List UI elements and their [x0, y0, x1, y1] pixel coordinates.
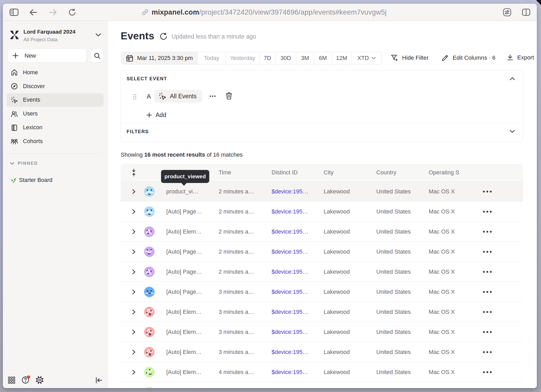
- row-actions-icon[interactable]: [482, 201, 493, 222]
- drag-handle-icon[interactable]: [133, 94, 137, 100]
- event-row-letter: A: [147, 93, 151, 100]
- sidebar-toggle-icon[interactable]: [10, 9, 19, 16]
- date-range-yesterday[interactable]: Yesterday: [226, 52, 259, 64]
- cell-event-name: [Auto] Page…: [166, 262, 202, 282]
- address-bar[interactable]: mixpanel.com/project/3472420/view/397469…: [142, 4, 387, 21]
- date-range-6m[interactable]: 6M: [314, 52, 332, 64]
- row-actions-icon[interactable]: [482, 322, 493, 342]
- table-row[interactable]: [Auto] Elem…4 minutes a…$device:195…Lake…: [121, 362, 523, 382]
- expand-row-icon[interactable]: [132, 262, 136, 282]
- column-header-operating-s[interactable]: Operating S: [429, 164, 460, 181]
- table-row[interactable]: [Auto] Elem…3 minutes a…$device:195…Lake…: [121, 302, 523, 322]
- row-actions-icon[interactable]: [482, 342, 493, 362]
- more-options-icon[interactable]: [210, 93, 216, 99]
- expand-row-icon[interactable]: [132, 181, 136, 201]
- distinct-id-link[interactable]: $device:195: [272, 208, 303, 215]
- row-actions-icon[interactable]: [482, 282, 493, 302]
- sidebar-item-cohorts[interactable]: Cohorts: [7, 134, 104, 148]
- expand-row-icon[interactable]: [132, 322, 136, 342]
- column-header-time[interactable]: Time: [219, 164, 231, 181]
- expand-row-icon[interactable]: [132, 282, 136, 302]
- chevron-up-icon[interactable]: [510, 77, 515, 80]
- trash-icon[interactable]: [225, 92, 233, 100]
- table-row[interactable]: [Auto] Elem…3 minutes a…$device:195…Lake…: [121, 342, 523, 362]
- date-picker-selected[interactable]: Mar 11, 2025 3:30 pm: [121, 52, 197, 64]
- distinct-id-link[interactable]: $device:195: [272, 329, 303, 335]
- collapse-sidebar-icon[interactable]: [95, 377, 102, 384]
- gear-icon[interactable]: [35, 376, 44, 384]
- cell-os: Mac OS X: [429, 222, 460, 242]
- event-selector-button[interactable]: All Events: [154, 90, 202, 103]
- row-actions-icon[interactable]: [482, 362, 493, 382]
- split-view-icon[interactable]: [522, 9, 530, 16]
- distinct-id-link[interactable]: $device:195: [272, 248, 303, 255]
- expand-row-icon[interactable]: [132, 342, 136, 362]
- row-actions-icon[interactable]: [482, 382, 493, 388]
- expand-row-icon[interactable]: [132, 362, 136, 382]
- reload-icon[interactable]: [68, 8, 76, 16]
- table-row[interactable]: [Auto] Page…2 minutes a…$device:195…Lake…: [121, 201, 523, 221]
- distinct-id-link[interactable]: $device:195: [272, 349, 303, 356]
- pinned-item-starter-board[interactable]: Starter Board: [7, 173, 104, 187]
- forward-icon[interactable]: [49, 9, 57, 16]
- table-row[interactable]: [Auto] Page…2 minutes a…$device:195…Lake…: [121, 241, 523, 261]
- table-row[interactable]: product_vi…2 minutes a…$device:195…Lakew…: [121, 181, 523, 201]
- back-icon[interactable]: [29, 9, 38, 16]
- cell-event-name: [Auto] Page…: [166, 242, 202, 262]
- distinct-id-link[interactable]: $device:195: [272, 309, 303, 315]
- date-range-label: 6M: [319, 55, 327, 62]
- collapse-all-icon[interactable]: [131, 168, 137, 177]
- add-event-button[interactable]: Add: [146, 110, 166, 120]
- apps-grid-icon[interactable]: [8, 376, 15, 384]
- table-row[interactable]: [Auto] Elem…2 minutes a…$device:195…Lake…: [121, 221, 523, 241]
- row-actions-icon[interactable]: [482, 302, 493, 322]
- hide-filter-button[interactable]: Hide Filter: [391, 54, 428, 62]
- table-row[interactable]: [Auto] Elem…3 minutes a…$device:195…Lake…: [121, 322, 523, 342]
- cell-country: United States: [376, 362, 411, 382]
- project-switcher[interactable]: Lord Farquaad 2024 All Project Data: [3, 21, 107, 47]
- refresh-icon[interactable]: [159, 32, 168, 40]
- table-row[interactable]: [Auto] Page…2 minutes a…$device:195…Lake…: [121, 261, 523, 281]
- sidebar-item-discover[interactable]: Discover: [7, 79, 104, 93]
- sidebar-item-lexicon[interactable]: Lexicon: [7, 121, 104, 134]
- expand-row-icon[interactable]: [132, 382, 136, 388]
- row-actions-icon[interactable]: [482, 181, 493, 201]
- date-range-7d[interactable]: 7D: [259, 52, 275, 64]
- expand-row-icon[interactable]: [132, 242, 136, 262]
- date-range-today[interactable]: Today: [197, 52, 226, 64]
- distinct-id-link[interactable]: $device:195: [272, 228, 303, 235]
- distinct-id-link[interactable]: $device:195: [272, 289, 303, 295]
- distinct-id-link[interactable]: $device:195: [272, 369, 303, 376]
- sidebar-item-home[interactable]: Home: [7, 66, 104, 79]
- page-settings-icon[interactable]: [503, 8, 511, 16]
- date-range-xtd[interactable]: XTD: [351, 52, 382, 64]
- chevron-down-icon[interactable]: [510, 130, 515, 133]
- date-range-12m[interactable]: 12M: [332, 52, 351, 64]
- help-icon[interactable]: [21, 375, 31, 385]
- sidebar-item-users[interactable]: Users: [7, 107, 104, 121]
- column-header-distinct-id[interactable]: Distinct ID: [272, 164, 298, 181]
- new-button[interactable]: New: [7, 49, 87, 63]
- table-row[interactable]: [Auto] Elem…4 minutes a…$device:195…Lake…: [121, 382, 523, 388]
- expand-row-icon[interactable]: [132, 201, 136, 222]
- edit-columns-button[interactable]: Edit Columns · 6: [441, 54, 495, 62]
- row-actions-icon[interactable]: [482, 242, 493, 262]
- distinct-id-link[interactable]: $device:195: [272, 268, 303, 275]
- column-header-country[interactable]: Country: [376, 164, 396, 181]
- search-button[interactable]: [91, 49, 103, 63]
- expand-row-icon[interactable]: [132, 222, 136, 242]
- pinned-section-header[interactable]: PINNED: [10, 161, 38, 166]
- export-label: Export: [517, 54, 534, 61]
- row-actions-icon[interactable]: [482, 222, 493, 242]
- row-actions-icon[interactable]: [482, 262, 493, 282]
- date-range-3m[interactable]: 3M: [296, 52, 314, 64]
- date-range-30d[interactable]: 30D: [275, 52, 296, 64]
- cell-country: United States: [376, 262, 411, 282]
- expand-row-icon[interactable]: [132, 302, 136, 322]
- export-button[interactable]: Export: [507, 54, 534, 61]
- cell-distinct-id: $device:195…: [272, 262, 308, 282]
- sidebar-item-events[interactable]: Events: [7, 93, 104, 107]
- column-header-city[interactable]: City: [324, 164, 334, 181]
- distinct-id-link[interactable]: $device:195: [272, 188, 303, 195]
- table-row[interactable]: [Auto] Page…3 minutes a…$device:195…Lake…: [121, 281, 523, 302]
